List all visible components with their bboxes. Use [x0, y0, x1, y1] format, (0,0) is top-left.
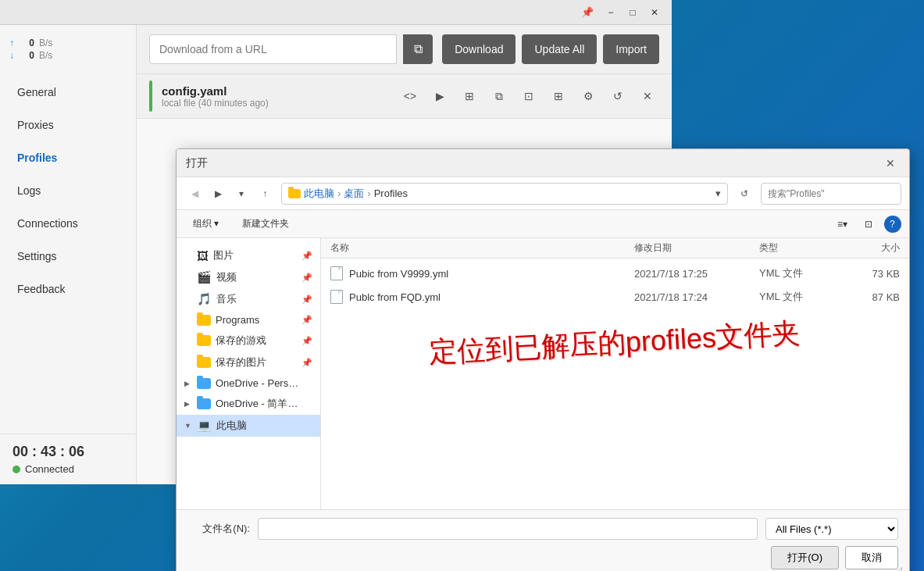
- col-header-date[interactable]: 修改日期: [634, 241, 759, 255]
- sidebar-saved-games[interactable]: 保存的游戏 📌: [177, 330, 320, 352]
- organize-button[interactable]: 组织 ▾: [184, 214, 227, 234]
- filetype-select[interactable]: All Files (*.*): [765, 518, 898, 540]
- sidebar-videos[interactable]: 🎬 视频 📌: [177, 266, 320, 288]
- nav-forward-button[interactable]: ▶: [208, 184, 228, 204]
- profile-settings-button[interactable]: ⚙: [576, 84, 600, 108]
- resize-handle[interactable]: ⊿: [897, 565, 906, 571]
- profile-delete-button[interactable]: ✕: [636, 84, 659, 108]
- saved-games-pin-icon: 📌: [301, 336, 312, 346]
- timer-display: 00 : 43 : 06: [12, 444, 123, 460]
- sidebar-onedrive2[interactable]: OneDrive - 简羊…: [177, 393, 320, 415]
- toolbar: ⧉ Download Update All Import: [137, 25, 672, 74]
- col-header-type[interactable]: 类型: [759, 241, 837, 255]
- sidebar-saved-games-label: 保存的游戏: [216, 334, 266, 348]
- dialog-file-area: 名称 修改日期 类型 大小 Pubic from V9999.yml 2021/…: [321, 238, 909, 509]
- download-arrow-icon: ↓: [9, 50, 14, 61]
- sidebar-item-settings[interactable]: Settings: [5, 241, 131, 272]
- sidebar-item-feedback[interactable]: Feedback: [5, 273, 131, 305]
- import-button[interactable]: Import: [603, 34, 659, 64]
- view-pane-button[interactable]: ⊡: [859, 214, 878, 234]
- cancel-button[interactable]: 取消: [845, 546, 898, 569]
- pictures-pin-icon: 📌: [301, 251, 312, 261]
- file-date-1: 2021/7/18 17:25: [634, 268, 759, 280]
- programs-pin-icon: 📌: [301, 315, 312, 325]
- file-name-2: Publc from FQD.yml: [349, 291, 634, 303]
- sidebar-item-connections[interactable]: Connections: [5, 208, 131, 239]
- dialog-bottom: 文件名(N): All Files (*.*) 打开(O) 取消: [177, 509, 909, 571]
- file-type-1: YML 文件: [759, 266, 837, 280]
- breadcrumb-sep1: ›: [337, 187, 341, 199]
- file-list: Pubic from V9999.yml 2021/7/18 17:25 YML…: [321, 259, 909, 509]
- profile-copy-button[interactable]: ⧉: [487, 84, 511, 108]
- sidebar-saved-images[interactable]: 保存的图片 📌: [177, 352, 320, 373]
- nav-refresh-button[interactable]: ↺: [734, 184, 755, 204]
- profile-run-button[interactable]: ▶: [428, 84, 451, 108]
- sidebar-pictures[interactable]: 🖼 图片 📌: [177, 244, 320, 266]
- col-header-size[interactable]: 大小: [837, 241, 900, 255]
- breadcrumb-part2: 桌面: [344, 187, 364, 201]
- upload-arrow-icon: ↑: [9, 37, 14, 48]
- dialog-toolbar: 组织 ▾ 新建文件夹 ≡▾ ⊡ ?: [177, 210, 909, 238]
- videos-pin-icon: 📌: [301, 273, 312, 283]
- clipboard-button[interactable]: ⧉: [403, 34, 433, 64]
- profile-box-button[interactable]: ⊞: [547, 84, 570, 108]
- filename-input[interactable]: [258, 518, 758, 540]
- sidebar-music[interactable]: 🎵 音乐 📌: [177, 288, 320, 310]
- this-pc-icon: 💻: [197, 419, 212, 433]
- profile-grid-button[interactable]: ⊞: [458, 84, 481, 108]
- nav-dropdown-button[interactable]: ▾: [231, 184, 252, 204]
- breadcrumb-dropdown-icon[interactable]: ▾: [715, 187, 721, 199]
- close-button[interactable]: ✕: [644, 2, 665, 23]
- dialog-action-row: 打开(O) 取消: [187, 546, 898, 569]
- sidebar-footer: 00 : 43 : 06 Connected: [0, 434, 136, 484]
- download-value: 0: [19, 50, 34, 61]
- open-button[interactable]: 打开(O): [771, 546, 839, 569]
- sidebar-programs[interactable]: Programs 📌: [177, 310, 320, 330]
- update-all-button[interactable]: Update All: [522, 34, 597, 64]
- sidebar-saved-images-label: 保存的图片: [216, 355, 266, 369]
- col-header-name[interactable]: 名称: [330, 241, 634, 255]
- minimize-button[interactable]: −: [600, 2, 622, 23]
- sidebar-this-pc[interactable]: 💻 此电脑: [177, 415, 320, 437]
- title-bar: 📌 − □ ✕: [0, 0, 672, 25]
- sidebar-nav: General Proxies Profiles Logs Connection…: [0, 69, 136, 434]
- dialog-close-button[interactable]: ✕: [881, 154, 900, 173]
- file-name-1: Pubic from V9999.yml: [349, 268, 634, 280]
- file-list-header: 名称 修改日期 类型 大小: [321, 238, 909, 259]
- sidebar-videos-label: 视频: [216, 270, 237, 284]
- sidebar-item-logs[interactable]: Logs: [5, 175, 131, 206]
- upload-unit: B/s: [39, 37, 52, 48]
- connection-status-dot: [12, 466, 20, 473]
- help-button[interactable]: ?: [884, 216, 901, 233]
- connection-status-label: Connected: [25, 463, 74, 475]
- maximize-button[interactable]: □: [622, 2, 644, 23]
- saved-images-pin-icon: 📌: [301, 358, 312, 368]
- profile-refresh-button[interactable]: ↺: [606, 84, 630, 108]
- profile-bar: config.yaml local file (40 minutes ago) …: [137, 74, 672, 119]
- file-item-2[interactable]: Publc from FQD.yml 2021/7/18 17:24 YML 文…: [321, 285, 909, 309]
- dialog-title: 打开: [186, 156, 208, 170]
- sidebar-item-general[interactable]: General: [5, 77, 131, 108]
- nav-back-button[interactable]: ◀: [184, 184, 205, 204]
- filename-row: 文件名(N): All Files (*.*): [187, 518, 898, 540]
- filename-label: 文件名(N):: [187, 522, 250, 536]
- nav-up-button[interactable]: ↑: [255, 184, 275, 204]
- file-date-2: 2021/7/18 17:24: [634, 291, 759, 303]
- sidebar-item-proxies[interactable]: Proxies: [5, 109, 131, 141]
- new-folder-button[interactable]: 新建文件夹: [234, 214, 298, 234]
- profile-grid2-button[interactable]: ⊡: [517, 84, 540, 108]
- profile-code-button[interactable]: <>: [398, 84, 422, 108]
- sidebar-onedrive1[interactable]: OneDrive - Pers…: [177, 373, 320, 393]
- profile-name: config.yaml: [162, 84, 389, 98]
- pin-icon: 📌: [581, 6, 594, 18]
- url-input[interactable]: [149, 34, 397, 64]
- download-button[interactable]: Download: [442, 34, 516, 64]
- breadcrumb-sep2: ›: [367, 187, 370, 199]
- sidebar-item-profiles[interactable]: Profiles: [5, 142, 131, 173]
- programs-folder-icon: [197, 315, 211, 326]
- file-item-1[interactable]: Pubic from V9999.yml 2021/7/18 17:25 YML…: [321, 262, 909, 285]
- sidebar-pictures-label: 图片: [213, 248, 234, 262]
- search-input[interactable]: [761, 183, 901, 205]
- view-list-button[interactable]: ≡▾: [832, 214, 853, 234]
- file-icon-1: [330, 266, 343, 280]
